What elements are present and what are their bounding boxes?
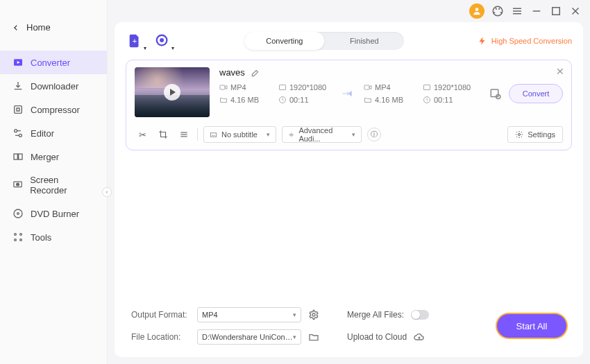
settings-label: Settings xyxy=(528,130,555,139)
menu-icon[interactable] xyxy=(511,5,523,17)
output-format-select[interactable]: MP4 ▾ xyxy=(197,307,301,322)
svg-rect-15 xyxy=(19,154,22,159)
home-label: Home xyxy=(26,22,51,33)
sidebar-collapse-handle[interactable]: ‹ xyxy=(102,187,112,197)
sidebar-item-converter[interactable]: Converter xyxy=(0,51,107,74)
subtitle-value: No subtitle xyxy=(221,130,258,139)
task-close-button[interactable]: ✕ xyxy=(556,66,564,77)
file-location-value: D:\Wondershare UniConverter 1 xyxy=(202,333,293,341)
output-settings-icon[interactable] xyxy=(489,87,502,100)
task-title: waves xyxy=(219,67,245,78)
sidebar-item-label: Screen Recorder xyxy=(30,175,94,196)
main: + ▾ ▾ Converting Finished High Speed Con… xyxy=(115,22,583,357)
tab-converting[interactable]: Converting xyxy=(244,32,324,50)
cloud-upload-icon[interactable] xyxy=(414,331,425,343)
sidebar-item-label: Editor xyxy=(31,128,54,139)
merger-icon xyxy=(12,151,24,162)
support-icon[interactable] xyxy=(491,5,504,17)
sidebar-item-label: Downloader xyxy=(31,81,78,92)
svg-rect-14 xyxy=(14,154,17,159)
subtitle-select[interactable]: No subtitle ▾ xyxy=(203,126,276,143)
start-all-button[interactable]: Start All xyxy=(497,314,566,338)
tab-switch: Converting Finished xyxy=(244,32,404,50)
svg-point-22 xyxy=(15,239,17,241)
file-location-label: File Location: xyxy=(131,332,190,342)
svg-point-13 xyxy=(19,134,22,137)
merge-toggle[interactable] xyxy=(411,310,429,320)
crop-icon[interactable] xyxy=(155,127,171,142)
converter-icon xyxy=(12,57,24,68)
sidebar-item-dvd-burner[interactable]: DVD Burner xyxy=(0,202,107,225)
compressor-icon xyxy=(12,104,24,115)
svg-point-21 xyxy=(20,234,22,236)
svg-rect-33 xyxy=(491,89,498,97)
user-avatar[interactable] xyxy=(469,3,484,19)
src-resolution: 1920*1080 xyxy=(289,83,326,92)
output-format-label: Output Format: xyxy=(131,310,190,320)
screen-recorder-icon xyxy=(12,180,23,191)
output-settings-gear-icon[interactable] xyxy=(308,309,319,320)
sidebar-item-label: Merger xyxy=(31,152,59,162)
svg-point-12 xyxy=(15,130,17,132)
trim-icon[interactable]: ✂ xyxy=(135,127,150,142)
info-icon[interactable]: ⓘ xyxy=(367,128,381,141)
resolution-icon xyxy=(423,83,431,92)
resolution-icon xyxy=(278,83,287,92)
svg-point-17 xyxy=(17,183,19,186)
audio-value: Advanced Audi... xyxy=(298,126,348,143)
svg-point-26 xyxy=(160,39,163,42)
svg-point-23 xyxy=(20,239,22,241)
sidebar-item-label: Compressor xyxy=(31,105,80,115)
dvd-burner-icon xyxy=(12,208,24,219)
dst-size: 4.16 MB xyxy=(375,96,403,104)
effects-icon[interactable] xyxy=(176,127,192,142)
audio-select[interactable]: Advanced Audi... ▾ xyxy=(282,126,362,143)
sidebar-item-label: Tools xyxy=(31,232,51,243)
video-icon xyxy=(364,83,372,92)
svg-point-42 xyxy=(312,313,315,316)
minimize-icon[interactable] xyxy=(530,5,543,17)
maximize-icon[interactable] xyxy=(550,5,562,17)
open-folder-icon[interactable] xyxy=(308,331,319,343)
edit-title-icon[interactable] xyxy=(251,68,260,78)
svg-rect-27 xyxy=(220,85,225,89)
sidebar-item-label: Converter xyxy=(31,58,70,68)
editor-icon xyxy=(12,128,24,139)
divider xyxy=(197,128,198,141)
high-speed-label: High Speed Conversion xyxy=(491,37,572,45)
sidebar-item-downloader[interactable]: Downloader xyxy=(0,74,107,98)
svg-point-18 xyxy=(14,209,22,218)
add-disc-button[interactable]: ▾ xyxy=(153,32,171,50)
output-format-value: MP4 xyxy=(202,311,218,319)
svg-point-1 xyxy=(493,6,503,16)
sidebar-item-compressor[interactable]: Compressor xyxy=(0,98,107,121)
sidebar: Home Converter Downloader Compressor Edi… xyxy=(0,0,108,364)
sidebar-item-merger[interactable]: Merger xyxy=(0,145,107,168)
file-location-select[interactable]: D:\Wondershare UniConverter 1 ▾ xyxy=(197,329,301,345)
svg-rect-6 xyxy=(553,8,560,15)
sidebar-item-tools[interactable]: Tools xyxy=(0,225,107,249)
home-button[interactable]: Home xyxy=(0,17,107,38)
high-speed-conversion[interactable]: High Speed Conversion xyxy=(478,36,572,46)
tools-icon xyxy=(12,232,24,243)
tab-finished[interactable]: Finished xyxy=(324,32,404,50)
close-icon[interactable] xyxy=(569,5,582,17)
task-card: ✕ waves MP4 4.16 MB xyxy=(126,60,572,150)
upload-label: Upload to Cloud xyxy=(347,332,407,342)
svg-rect-28 xyxy=(280,85,286,90)
svg-rect-38 xyxy=(210,132,216,137)
merge-label: Merge All Files: xyxy=(347,310,404,320)
src-duration: 00:11 xyxy=(289,96,309,104)
bottom-bar: Output Format: MP4 ▾ Merge All Files: Fi… xyxy=(126,299,572,347)
task-settings-button[interactable]: Settings xyxy=(507,126,563,143)
card-toolbar: + ▾ ▾ Converting Finished High Speed Con… xyxy=(126,32,572,50)
svg-point-19 xyxy=(17,213,19,215)
dst-resolution: 1920*1080 xyxy=(434,83,471,92)
video-thumbnail[interactable] xyxy=(135,67,210,117)
convert-button[interactable]: Convert xyxy=(509,84,563,103)
sidebar-item-screen-recorder[interactable]: Screen Recorder xyxy=(0,168,107,202)
svg-rect-30 xyxy=(364,85,369,89)
sidebar-item-editor[interactable]: Editor xyxy=(0,121,107,145)
add-file-button[interactable]: + ▾ xyxy=(126,32,144,50)
sidebar-item-label: DVD Burner xyxy=(31,209,79,219)
